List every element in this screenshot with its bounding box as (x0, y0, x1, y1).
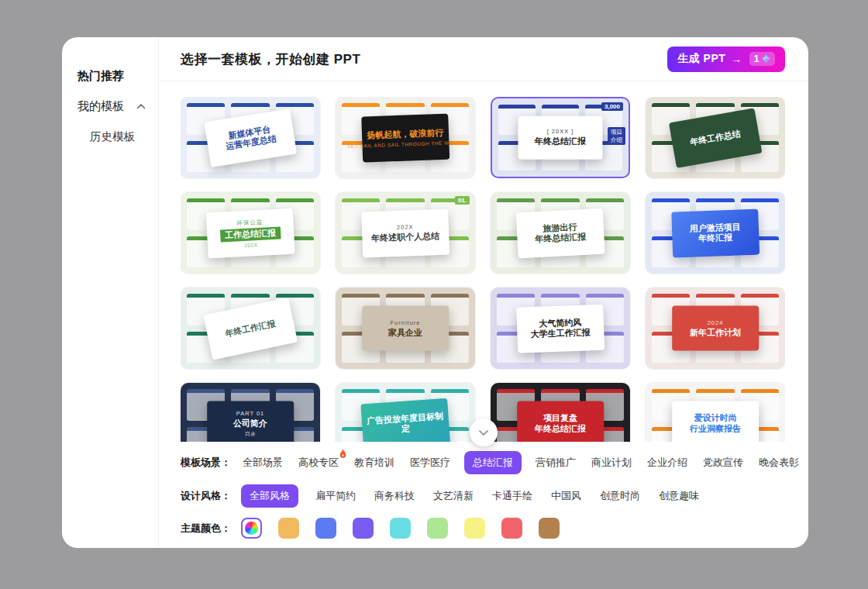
template-subtitle: 2024 (708, 319, 724, 326)
scene-chip-6[interactable]: 营销推广 (534, 451, 577, 474)
color-swatch-cyan[interactable] (390, 518, 411, 539)
color-swatch-orange[interactable] (278, 518, 299, 539)
scene-chip-8[interactable]: 企业介绍 (646, 451, 689, 474)
template-card-14[interactable]: 广告投放年度目标制定 (336, 383, 475, 442)
template-card-2[interactable]: 扬帆起航，破浪前行 SET SAIL AND SAIL THROUGH THE … (336, 97, 475, 178)
generate-ppt-button[interactable]: 生成 PPT → 1 (667, 46, 785, 72)
template-title: 公司简介 (233, 418, 267, 429)
template-cover: PART 01 公司简介 目录 (207, 401, 294, 442)
scene-chip-4[interactable]: 医学医疗 (408, 451, 452, 474)
generate-label: 生成 PPT (677, 52, 725, 66)
template-title: 旅游出行 年终总结汇报 (534, 221, 586, 245)
main-panel: 选择一套模板，开始创建 PPT 生成 PPT → 1 (159, 37, 808, 548)
gem-icon (762, 54, 770, 64)
filter-chip-label: 中国风 (551, 490, 581, 501)
rainbow-wheel-icon (245, 522, 258, 535)
template-cover: 项目复盘 年终总结汇报 (517, 401, 604, 442)
template-extra-text: 目录 (245, 430, 256, 437)
scene-chip-10[interactable]: 晚会表彰 (757, 451, 801, 474)
template-cover: 扬帆起航，破浪前行 SET SAIL AND SAIL THROUGH THE … (361, 113, 450, 162)
chevron-up-icon (136, 103, 146, 109)
chevron-down-icon (478, 429, 489, 436)
desktop-background: 热门推荐 我的模板 历史模板 选择一套模板，开始创建 PPT 生成 PPT → … (0, 0, 868, 589)
color-swatch-all-colors[interactable] (241, 518, 262, 539)
style-chip-4[interactable]: 文艺清新 (432, 484, 475, 508)
style-chip-5[interactable]: 卡通手绘 (491, 484, 534, 508)
template-grid: 新媒体平台 运营年度总结 扬帆起航，破浪前行 SET SAIL AND SAIL… (181, 97, 785, 442)
template-card-5[interactable]: 环保公益 工作总结汇报 202X (181, 192, 320, 274)
filter-chip-label: 总结汇报 (473, 456, 513, 468)
load-more-button[interactable] (470, 418, 498, 446)
template-cover: 2024 新年工作计划 (672, 305, 759, 351)
filter-chip-label: 商业计划 (591, 456, 632, 468)
filter-chip-label: 企业介绍 (647, 456, 687, 468)
color-swatch-blue[interactable] (315, 518, 336, 539)
filter-chip-label: 商务科技 (374, 490, 415, 501)
template-extra-text: 202X (244, 241, 258, 247)
scene-chip-5[interactable]: 总结汇报 (464, 451, 522, 474)
color-swatch-red[interactable] (501, 518, 522, 539)
template-subtitle: PART 01 (236, 410, 265, 417)
template-title: 年终总结汇报 (535, 136, 586, 147)
style-chip-8[interactable]: 创意趣味 (657, 484, 701, 508)
template-card-6[interactable]: 01. 202X 年终述职个人总结 (336, 192, 475, 274)
scene-chip-7[interactable]: 商业计划 (590, 451, 633, 474)
template-card-16[interactable]: 爱设计时尚 行业洞察报告 (646, 383, 785, 442)
template-title: 扬帆起航，破浪前行 (367, 127, 443, 140)
template-card-1[interactable]: 新媒体平台 运营年度总结 (181, 97, 320, 178)
template-cover: Furniture 家具企业 (362, 305, 449, 351)
template-cover: 环保公益 工作总结汇报 202X (206, 208, 295, 258)
template-card-9[interactable]: 年终工作汇报 (181, 288, 320, 369)
template-card-8[interactable]: 用户激活项目 年终汇报 (646, 192, 785, 274)
template-card-12[interactable]: 2024 新年工作计划 (646, 288, 785, 369)
sidebar-item-history-templates[interactable]: 历史模板 (62, 126, 158, 147)
template-card-3[interactable]: 3,000 项目介绍 [ 20XX ] 年终总结汇报 (491, 97, 630, 178)
filter-row-color: 主题颜色： (181, 518, 785, 539)
template-cover: 用户激活项目 年终汇报 (671, 208, 760, 257)
style-chip-3[interactable]: 商务科技 (373, 484, 416, 508)
template-card-10[interactable]: Furniture 家具企业 (336, 288, 475, 369)
color-swatch-yellow[interactable] (464, 518, 485, 539)
template-title: 新媒体平台 运营年度总结 (223, 123, 277, 152)
template-title: 用户激活项目 年终汇报 (690, 222, 742, 245)
style-chip-7[interactable]: 创意时尚 (598, 484, 642, 508)
template-title: 年终述职个人总结 (371, 231, 439, 244)
template-cover: 爱设计时尚 行业洞察报告 (672, 401, 759, 442)
template-title: 项目复盘 年终总结汇报 (535, 413, 586, 435)
arrow-right-icon: → (731, 53, 742, 65)
color-swatch-brown[interactable] (539, 518, 560, 539)
filter-chip-label: 创意时尚 (600, 490, 640, 501)
template-title: 工作总结汇报 (220, 226, 281, 242)
template-subtitle: [ 20XX ] (547, 128, 574, 135)
color-swatch-green[interactable] (427, 518, 448, 539)
template-card-11[interactable]: 大气简约风 大学生工作汇报 (491, 288, 630, 369)
template-card-4[interactable]: 年终工作总结 (646, 97, 785, 178)
template-cover: 大气简约风 大学生工作汇报 (516, 304, 604, 353)
template-card-13[interactable]: PART 01 公司简介 目录 (181, 383, 320, 442)
filters-section: 模板场景： 全部场景 高校专区 教育培训 医学医疗 总结汇报 营销推广 商业计划… (159, 442, 808, 549)
style-chip-list: 全部风格 扁平简约 商务科技 文艺清新 卡通手绘 中国风 创意时尚 创意趣味 (241, 484, 701, 508)
filter-row-style: 设计风格： 全部风格 扁平简约 商务科技 文艺清新 卡通手绘 中国风 创意时尚 … (181, 484, 785, 508)
style-chip-1[interactable]: 全部风格 (241, 484, 298, 508)
template-card-15[interactable]: 项目复盘 年终总结汇报 (491, 383, 630, 442)
fire-badge-icon (339, 449, 347, 459)
color-swatch-purple[interactable] (353, 518, 374, 539)
header: 选择一套模板，开始创建 PPT 生成 PPT → 1 (159, 37, 808, 81)
style-chip-6[interactable]: 中国风 (549, 484, 583, 508)
scene-chip-1[interactable]: 全部场景 (241, 451, 284, 474)
scene-chip-3[interactable]: 教育培训 (353, 451, 396, 474)
credit-count: 1 (754, 53, 760, 64)
filter-chip-label: 医学医疗 (410, 456, 450, 468)
template-grid-clip: 新媒体平台 运营年度总结 扬帆起航，破浪前行 SET SAIL AND SAIL… (181, 97, 785, 442)
template-title: 新年工作计划 (690, 327, 741, 338)
template-card-7[interactable]: 旅游出行 年终总结汇报 (491, 192, 630, 274)
page-title: 选择一套模板，开始创建 PPT (181, 50, 667, 68)
style-chip-2[interactable]: 扁平简约 (314, 484, 357, 508)
template-picker-window: 热门推荐 我的模板 历史模板 选择一套模板，开始创建 PPT 生成 PPT → … (62, 37, 808, 548)
filter-chip-label: 文艺清新 (433, 490, 474, 501)
sidebar-item-label: 我的模板 (78, 99, 124, 114)
scene-chip-2[interactable]: 高校专区 (297, 451, 340, 474)
sidebar-item-hot-recommend[interactable]: 热门推荐 (62, 65, 158, 87)
sidebar-item-my-templates[interactable]: 我的模板 (62, 95, 158, 117)
scene-chip-9[interactable]: 党政宣传 (701, 451, 745, 474)
